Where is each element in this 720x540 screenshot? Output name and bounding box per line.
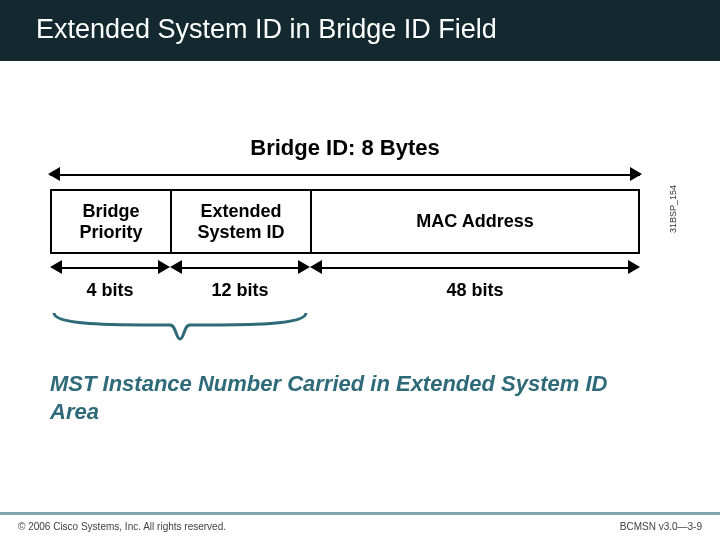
slide: Extended System ID in Bridge ID Field Br… xyxy=(0,0,720,540)
arrowhead-left-icon xyxy=(50,260,62,274)
arrowhead-left-icon xyxy=(48,167,60,181)
field-extended-system-id: Extended System ID xyxy=(172,191,312,252)
diagram-side-code: 31BSP_154 xyxy=(668,185,678,233)
total-width-arrow xyxy=(50,167,640,181)
field-mac-address: MAC Address xyxy=(312,191,638,252)
bits-label-1: 12 bits xyxy=(170,280,310,301)
arrowhead-right-icon xyxy=(628,260,640,274)
curly-brace-icon xyxy=(50,311,310,341)
field-label: MAC Address xyxy=(318,211,632,232)
slide-footer: © 2006 Cisco Systems, Inc. All rights re… xyxy=(0,512,720,540)
slide-title: Extended System ID in Bridge ID Field xyxy=(36,14,497,44)
bits-label-2: 48 bits xyxy=(310,280,640,301)
arrowhead-left-icon xyxy=(170,260,182,274)
bits-labels: 4 bits 12 bits 48 bits xyxy=(50,280,640,301)
field-label: Extended System ID xyxy=(178,201,304,242)
bridge-id-total-label: Bridge ID: 8 Bytes xyxy=(50,135,640,161)
field-bridge-priority: Bridge Priority xyxy=(52,191,172,252)
slide-title-bar: Extended System ID in Bridge ID Field xyxy=(0,0,720,61)
arrowhead-right-icon xyxy=(298,260,310,274)
course-ref: BCMSN v3.0—3-9 xyxy=(620,521,702,532)
field-width-arrows xyxy=(50,260,640,274)
mst-instance-note: MST Instance Number Carried in Extended … xyxy=(50,370,640,425)
arrowhead-left-icon xyxy=(310,260,322,274)
footer-bar: © 2006 Cisco Systems, Inc. All rights re… xyxy=(0,515,720,540)
curly-brace-wrap xyxy=(50,311,310,349)
arrowhead-right-icon xyxy=(158,260,170,274)
bits-arrow-2 xyxy=(310,260,640,274)
arrow-line xyxy=(50,174,640,176)
bridge-id-diagram: Bridge ID: 8 Bytes Bridge Priority Exten… xyxy=(50,135,640,349)
field-label: Bridge Priority xyxy=(58,201,164,242)
arrowhead-right-icon xyxy=(630,167,642,181)
copyright-text: © 2006 Cisco Systems, Inc. All rights re… xyxy=(18,521,226,532)
field-boxes: Bridge Priority Extended System ID MAC A… xyxy=(50,189,640,254)
bits-arrow-1 xyxy=(170,260,310,274)
bits-label-0: 4 bits xyxy=(50,280,170,301)
bits-arrow-0 xyxy=(50,260,170,274)
